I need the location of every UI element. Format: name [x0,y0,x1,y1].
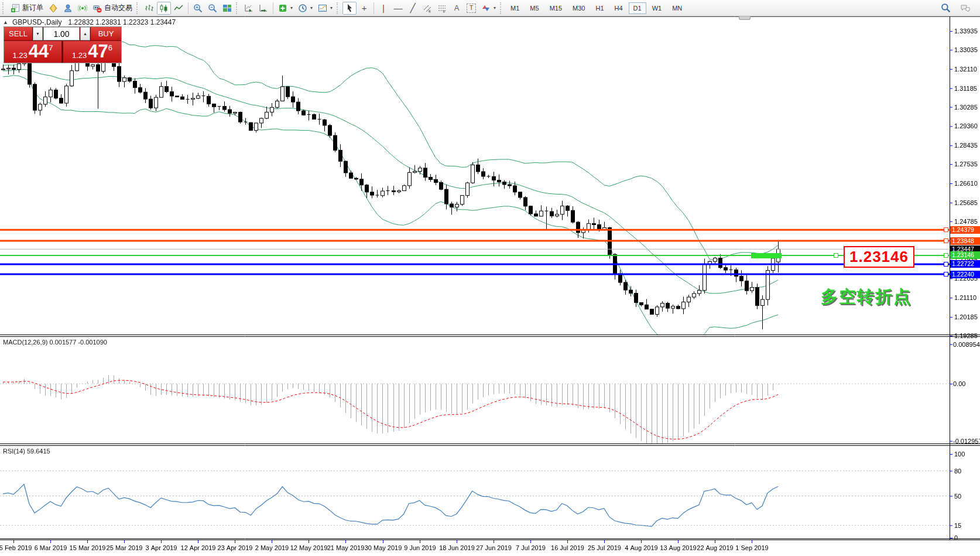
chevron-down-icon: ▾ [290,5,293,11]
signals-button[interactable] [76,2,90,15]
sell-price-big: 44 [29,41,49,63]
fibonacci-icon: F [437,4,447,13]
horizontal-line-button[interactable]: — [391,2,405,15]
new-order-icon [11,4,20,13]
channel-button[interactable]: E [420,2,434,15]
text-button[interactable]: A [450,2,464,15]
chat-button[interactable] [958,2,973,15]
zoom-in-icon [193,4,203,13]
auto-scroll-button[interactable] [242,2,256,15]
autotrading-icon [92,4,102,13]
splitter-handle[interactable] [739,16,751,20]
vertical-line-button[interactable]: | [376,2,390,15]
arrow-down-icon: ▼ [36,32,40,36]
collapse-panel-icon[interactable]: ▲ [3,19,8,25]
auto-scroll-icon [244,4,253,13]
indicators-button[interactable]: ▾ [276,2,295,15]
chart-symbol-title: GBPUSD-,Daily [12,18,62,26]
line-chart-button[interactable] [172,2,186,15]
cursor-icon [345,4,354,13]
volume-input[interactable] [43,27,80,40]
sell-price-pip: 7 [49,43,53,63]
timeframe-m30-button[interactable]: M30 [568,2,590,14]
bar-chart-button[interactable] [142,2,156,15]
main-toolbar: 新订单 自动交易 ▾ ▾ [0,0,980,16]
timeframe-h1-button[interactable]: H1 [591,2,608,14]
crosshair-button[interactable]: + [357,2,371,15]
community-icon [63,4,73,13]
svg-text:F: F [443,9,446,13]
chart-ohlc-values: 1.22832 1.23831 1.22323 1.23447 [68,18,176,26]
signals-icon [78,4,87,13]
toolbar-right-group [938,2,979,15]
candlestick-chart-icon [159,4,169,13]
volume-up-button[interactable]: ▲ [80,27,90,40]
search-button[interactable] [938,2,953,15]
timeframe-m5-button[interactable]: M5 [525,2,543,14]
timeframe-m1-button[interactable]: M1 [506,2,524,14]
chevron-down-icon: ▾ [330,5,333,11]
text-label-icon: T [467,4,476,13]
zoom-out-button[interactable] [205,2,220,15]
chart-shift-button[interactable] [256,2,270,15]
sell-price-small: 1.23 [12,51,27,60]
equidistant-channel-icon: E [423,4,432,13]
community-button[interactable] [61,2,75,15]
timeframe-d1-button[interactable]: D1 [629,2,646,14]
zoom-out-icon [208,4,217,13]
volume-down-button[interactable]: ▼ [33,27,43,40]
buy-price-pip: 6 [108,43,112,63]
timeframe-w1-button[interactable]: W1 [647,2,667,14]
price-callout[interactable]: 1.23146 [844,246,914,268]
svg-text:E: E [429,9,431,13]
chat-icon [960,4,971,13]
chart-window: ▲ GBPUSD-,Daily 1.22832 1.23831 1.22323 … [0,16,980,556]
zoom-in-button[interactable] [191,2,205,15]
vertical-line-icon: | [379,4,388,13]
sell-button[interactable]: SELL [4,27,32,40]
candlestick-chart-button[interactable] [157,2,171,15]
toolbar-grip [500,2,503,14]
templates-button[interactable]: ▾ [316,2,335,15]
timeframe-mn-button[interactable]: MN [667,2,687,14]
text-icon: A [452,4,461,13]
clock-icon [298,4,307,13]
rsi-indicator-label: RSI(14) 59.6415 [3,448,50,455]
sell-label: SELL [9,29,28,38]
fibonacci-button[interactable]: F [435,2,449,15]
timeframe-group: M1M5M15M30H1H4D1W1MN [506,2,687,14]
new-order-button[interactable]: 新订单 [8,2,46,15]
text-label-button[interactable]: T [464,2,478,15]
chevron-down-icon: ▾ [310,5,313,11]
timeframe-m15-button[interactable]: M15 [545,2,567,14]
buy-price-display[interactable]: 1.23476 [63,41,121,63]
tile-windows-button[interactable] [220,2,234,15]
toolbar-grip [2,2,5,14]
periods-button[interactable]: ▾ [296,2,315,15]
chart-title-bar: ▲ GBPUSD-,Daily 1.22832 1.23831 1.22323 … [3,18,176,26]
buy-price-big: 47 [88,41,108,63]
market-icon [49,4,58,13]
chevron-down-icon: ▾ [494,5,496,11]
horizontal-line-icon: — [393,4,403,13]
toolbar-grip [136,2,139,14]
arrows-button[interactable]: ▾ [479,2,498,15]
toolbar-grip [236,2,239,14]
macd-indicator-label: MACD(12,26,9) 0.001577 -0.001090 [3,339,107,346]
add-indicator-icon [278,4,287,13]
tile-windows-icon [222,4,232,13]
market-button[interactable] [46,2,60,15]
template-icon [318,4,327,13]
annotation-text[interactable]: 多空转折点 [821,285,912,309]
toolbar-grip [337,2,340,14]
trendline-icon: ╱ [408,4,417,13]
sell-price-display[interactable]: 1.23447 [4,41,61,63]
cursor-button[interactable] [342,2,357,15]
timeframe-h4-button[interactable]: H4 [610,2,628,14]
autotrading-button[interactable]: 自动交易 [90,2,135,15]
bar-chart-icon [145,4,154,13]
arrow-up-icon: ▲ [83,32,87,36]
search-icon [941,3,951,13]
trendline-button[interactable]: ╱ [406,2,420,15]
buy-button[interactable]: BUY [91,27,121,40]
